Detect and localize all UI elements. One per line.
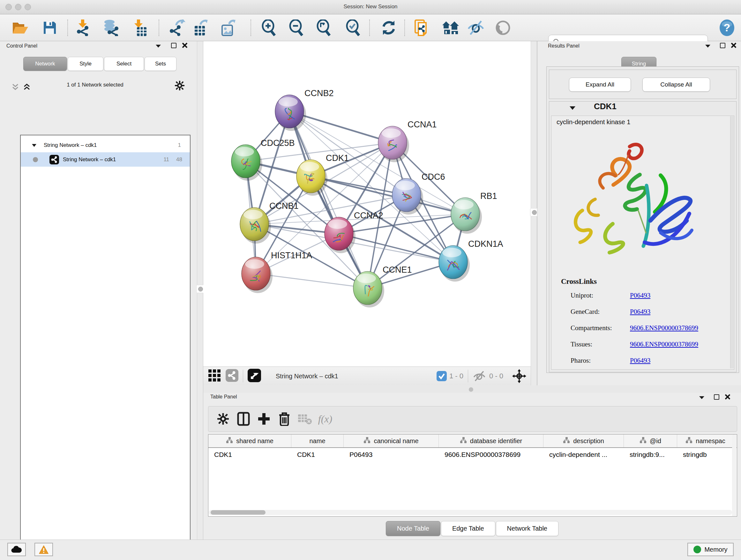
column-header-namespac[interactable]: namespac bbox=[677, 435, 734, 447]
table-cell[interactable]: 9606.ENSP00000378699 bbox=[439, 448, 543, 461]
function-builder-icon[interactable]: f(x) bbox=[315, 410, 335, 428]
network-node-rb1[interactable]: RB1 bbox=[451, 191, 497, 234]
expand-all-button[interactable]: Expand All bbox=[569, 78, 631, 91]
collapse-all-button[interactable]: Collapse All bbox=[643, 78, 710, 91]
column-header-canonical-name[interactable]: canonical name bbox=[344, 435, 439, 447]
panel-float-icon[interactable] bbox=[171, 43, 177, 48]
network-node-cdc6[interactable]: CDC6 bbox=[392, 172, 445, 214]
column-header-description[interactable]: description bbox=[543, 435, 624, 447]
collection-expand-icon[interactable] bbox=[31, 143, 37, 147]
show-all-icon[interactable] bbox=[493, 18, 513, 37]
grid-view-icon[interactable] bbox=[208, 369, 220, 383]
export-table-icon[interactable] bbox=[192, 18, 211, 37]
import-network-icon[interactable] bbox=[73, 18, 92, 37]
panel-collapse-icon[interactable] bbox=[704, 44, 711, 50]
collapse-all-icon[interactable] bbox=[11, 83, 19, 92]
hidden-eye-icon[interactable] bbox=[473, 371, 487, 381]
table-vscrollbar[interactable] bbox=[732, 435, 737, 516]
export-image-icon[interactable] bbox=[219, 18, 238, 37]
statusbar-separator bbox=[243, 370, 243, 382]
tab-edge-table[interactable]: Edge Table bbox=[441, 521, 495, 536]
network-view-icon[interactable] bbox=[226, 369, 239, 383]
import-network-database-icon[interactable] bbox=[102, 18, 121, 37]
network-node-cdkn1a[interactable]: CDKN1A bbox=[439, 239, 503, 282]
splitter-handle[interactable] bbox=[469, 387, 473, 392]
selected-checkbox-icon[interactable] bbox=[436, 371, 447, 381]
tab-node-table[interactable]: Node Table bbox=[386, 521, 441, 536]
panel-float-icon[interactable] bbox=[714, 394, 719, 400]
export-network-icon[interactable] bbox=[168, 18, 187, 37]
hide-selected-icon[interactable] bbox=[467, 18, 486, 37]
create-column-icon[interactable] bbox=[254, 410, 274, 428]
column-header-shared-name[interactable]: shared name bbox=[208, 435, 291, 447]
table-cell[interactable]: CDK1 bbox=[291, 448, 344, 461]
table-cell[interactable]: stringdb bbox=[677, 448, 734, 461]
table-cell[interactable]: cyclin-dependent ... bbox=[543, 448, 624, 461]
node-label: CCNA2 bbox=[354, 211, 383, 220]
table-settings-gear-icon[interactable] bbox=[213, 410, 233, 428]
open-session-icon[interactable] bbox=[11, 18, 30, 37]
network-row[interactable]: String Network – cdk1 11 48 bbox=[21, 152, 190, 167]
warning-status-button[interactable] bbox=[35, 543, 53, 556]
crosslink-url[interactable]: 9606.ENSP00000378699 bbox=[630, 324, 698, 332]
column-header-database-identifier[interactable]: database identifier bbox=[439, 435, 543, 447]
memory-button[interactable]: Memory bbox=[687, 543, 734, 556]
zoom-in-icon[interactable] bbox=[259, 18, 278, 37]
crosslink-url[interactable]: 9606.ENSP00000378699 bbox=[630, 340, 698, 348]
table-hscrollbar[interactable] bbox=[209, 510, 732, 515]
column-header--id[interactable]: @id bbox=[624, 435, 677, 447]
splitter-handle[interactable] bbox=[532, 210, 537, 215]
duplicate-network-icon[interactable] bbox=[412, 18, 431, 37]
table-panel-splitter[interactable] bbox=[203, 385, 741, 393]
entry-collapse-icon[interactable] bbox=[569, 105, 576, 111]
column-header-name[interactable]: name bbox=[291, 435, 344, 447]
crosslink-url[interactable]: P06493 bbox=[630, 357, 650, 365]
zoom-out-icon[interactable] bbox=[286, 18, 306, 37]
crosslink-url[interactable]: P06493 bbox=[630, 292, 650, 300]
network-collection-row[interactable]: String Network – cdk1 1 bbox=[21, 138, 190, 152]
panel-collapse-icon[interactable] bbox=[155, 44, 161, 50]
refresh-icon[interactable] bbox=[379, 18, 398, 37]
zoom-selected-icon[interactable] bbox=[343, 18, 362, 37]
panel-float-icon[interactable] bbox=[720, 43, 725, 48]
network-node-ccnb2[interactable]: CCNB2 bbox=[275, 88, 334, 131]
results-scrollbar[interactable] bbox=[730, 116, 734, 368]
save-session-icon[interactable] bbox=[40, 18, 59, 37]
table-cell[interactable]: P06493 bbox=[344, 448, 439, 461]
network-view-statusbar: String Network – cdk1 1 - 0 0 - 0 bbox=[203, 367, 531, 385]
panel-close-icon[interactable] bbox=[182, 43, 188, 50]
tab-select[interactable]: Select bbox=[104, 57, 144, 71]
table-cell[interactable]: CDK1 bbox=[208, 448, 291, 461]
network-node-hist1h1a[interactable]: HIST1H1A bbox=[242, 251, 312, 293]
home-icon[interactable] bbox=[441, 18, 460, 37]
help-icon[interactable]: ? bbox=[718, 18, 737, 37]
cloud-status-button[interactable] bbox=[7, 543, 26, 556]
network-node-cdk1[interactable]: CDK1 bbox=[296, 153, 349, 196]
tab-network-table[interactable]: Network Table bbox=[496, 521, 558, 536]
table-toolbar: f(x) bbox=[208, 406, 737, 432]
import-table-icon[interactable] bbox=[130, 18, 149, 37]
panel-close-icon[interactable] bbox=[731, 43, 737, 50]
table-row[interactable]: CDK1CDK1P064939606.ENSP00000378699cyclin… bbox=[208, 448, 737, 461]
network-edges[interactable] bbox=[246, 111, 465, 288]
delete-table-icon[interactable] bbox=[294, 410, 315, 428]
pan-crosshair-icon[interactable] bbox=[512, 369, 526, 383]
control-panel-splitter[interactable] bbox=[197, 41, 203, 540]
network-node-ccna1[interactable]: CCNA1 bbox=[378, 120, 437, 162]
table-cell[interactable]: stringdb:9... bbox=[624, 448, 677, 461]
delete-column-icon[interactable] bbox=[274, 410, 294, 428]
panel-close-icon[interactable] bbox=[725, 394, 731, 401]
splitter-handle[interactable] bbox=[198, 287, 203, 292]
birdseye-view-icon[interactable] bbox=[248, 369, 261, 383]
network-canvas[interactable]: CCNB2CCNA1CDC25BCDK1CDC6RB1CCNB1CCNA2CDK… bbox=[203, 41, 531, 367]
tab-network[interactable]: Network bbox=[23, 57, 67, 71]
tab-sets[interactable]: Sets bbox=[145, 57, 177, 71]
node-label: CDKN1A bbox=[468, 239, 503, 249]
network-options-gear-icon[interactable] bbox=[175, 81, 185, 91]
show-columns-icon[interactable] bbox=[233, 410, 254, 428]
network-node-ccne1[interactable]: CCNE1 bbox=[353, 265, 412, 307]
tab-style[interactable]: Style bbox=[68, 57, 104, 71]
panel-collapse-icon[interactable] bbox=[698, 395, 705, 401]
crosslink-url[interactable]: P06493 bbox=[630, 308, 650, 316]
zoom-fit-icon[interactable] bbox=[314, 18, 333, 37]
